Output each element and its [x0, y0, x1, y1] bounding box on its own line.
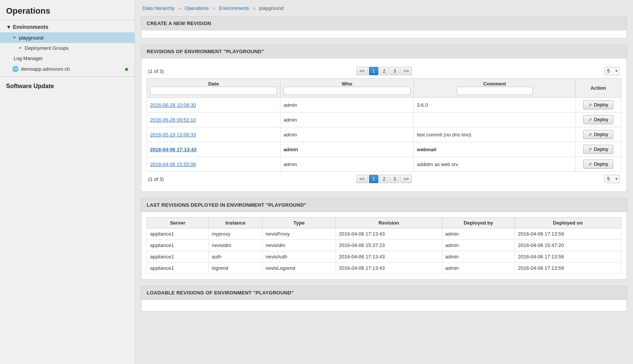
page-3-btn[interactable]: 3 [390, 67, 399, 75]
cell-instance: myproxy [209, 228, 263, 240]
breadcrumb: Data hierarchy » Operations » Environmen… [135, 0, 633, 16]
table-row: 2016-06-28 09:53:10admin⇗Deploy [147, 112, 621, 127]
page-2-btn-b[interactable]: 2 [380, 175, 389, 183]
breadcrumb-environments[interactable]: Environments [219, 5, 249, 11]
caret-icon: ▼ [6, 24, 11, 30]
revisions-body: (1 of 3) << 1 2 3 >> 5 10 25 [141, 59, 627, 191]
sidebar-environments-group[interactable]: ▼ Environments [0, 20, 135, 32]
page-last-btn[interactable]: >> [400, 67, 412, 75]
sidebar-environments-label: Environments [13, 24, 48, 30]
sidebar-divider [0, 76, 135, 77]
cell-instance: logrend [209, 263, 263, 274]
cell-deployed-by: admin [442, 263, 515, 274]
page-3-btn-b[interactable]: 3 [390, 175, 399, 183]
cell-action: ⇗Deploy [576, 127, 621, 142]
sidebar-item-playground[interactable]: ⚭ playground [0, 32, 135, 43]
pagination-bottom-info: (1 of 3) [148, 176, 164, 182]
who-filter-input[interactable] [283, 87, 410, 95]
col-date: Date [147, 79, 280, 98]
per-page-top-select[interactable]: 5 10 25 [605, 67, 620, 75]
cell-server: appliance1 [147, 240, 209, 251]
date-link[interactable]: 2016-05-19 13:09:33 [150, 132, 196, 138]
cell-comment [414, 112, 576, 127]
date-link[interactable]: 2016-04-06 15:55:06 [150, 161, 196, 167]
deploy-button[interactable]: ⇗Deploy [583, 115, 613, 124]
deploy-button[interactable]: ⇗Deploy [583, 130, 613, 139]
page-1-btn-b[interactable]: 1 [369, 175, 378, 183]
last-revisions-table: ServerInstanceTypeRevisionDeployed byDep… [147, 217, 621, 274]
breadcrumb-data-hierarchy[interactable]: Data hierarchy [142, 5, 175, 11]
date-link[interactable]: 2016-04-06 17:13:43 [150, 147, 196, 152]
deploy-arrow-icon: ⇗ [588, 117, 592, 122]
col-deployed-on: Deployed on [515, 218, 621, 228]
table-row: 2016-05-19 13:09:33admintest commit (no … [147, 127, 621, 142]
cell-who: admin [280, 98, 414, 112]
deploy-label: Deploy [594, 161, 608, 167]
cell-who: admin [280, 127, 414, 142]
sidebar-software-update-label[interactable]: Software Update [0, 79, 135, 93]
playground-label: playground [19, 35, 43, 41]
cell-deployed-on: 2016-04-06 15:47:20 [515, 240, 621, 251]
pagination-bottom: (1 of 3) << 1 2 3 >> 5 10 25 [147, 172, 621, 186]
revisions-header: REVISIONS OF ENVIRONMENT "PLAYGROUND" [141, 45, 627, 59]
log-manager-label: Log Manager [14, 55, 43, 61]
page-last-btn-b[interactable]: >> [400, 175, 412, 183]
table-row: appliance1logrendnevisLogrend2016-04-06 … [147, 263, 621, 274]
page-1-btn[interactable]: 1 [369, 67, 378, 75]
per-page-bottom-wrap[interactable]: 5 10 25 [605, 175, 620, 183]
deploy-button[interactable]: ⇗Deploy [583, 100, 613, 109]
per-page-bottom-select[interactable]: 5 10 25 [605, 175, 620, 183]
date-filter-input[interactable] [150, 87, 277, 95]
revisions-panel: REVISIONS OF ENVIRONMENT "PLAYGROUND" (1… [141, 44, 627, 192]
create-revision-header: CREATE A NEW REVISION [141, 17, 627, 30]
deploy-arrow-icon: ⇗ [588, 161, 592, 167]
breadcrumb-playground: playground [259, 5, 283, 11]
cell-action: ⇗Deploy [576, 157, 621, 172]
node-icon: ⚭ [12, 35, 17, 41]
sidebar-item-demoapp[interactable]: 🌐 demoapp.adnovum.ch ◆ [0, 63, 135, 74]
cell-deployed-on: 2016-04-06 17:13:59 [515, 228, 621, 240]
sidebar-item-deployment-groups[interactable]: ⚭ Deployment Groups [0, 43, 135, 53]
cell-action: ⇗Deploy [576, 142, 621, 157]
col-server: Server [147, 218, 209, 228]
cell-comment: test commit (no dns tmo) [414, 127, 576, 142]
pagination-bottom-controls: << 1 2 3 >> [356, 175, 412, 183]
deploy-button[interactable]: ⇗Deploy [583, 160, 613, 169]
table-row: 2016-04-06 17:13:43adminwebmail⇗Deploy [147, 142, 621, 157]
breadcrumb-sep1: » [178, 5, 181, 11]
cell-deployed-by: admin [442, 240, 515, 251]
date-link[interactable]: 2016-06-28 10:08:30 [150, 102, 196, 108]
deploy-button[interactable]: ⇗Deploy [583, 145, 613, 154]
table-row: 2016-06-28 10:08:30admin3.6.0⇗Deploy [147, 98, 621, 112]
loadable-revisions-body [141, 300, 627, 311]
cell-who: admin [280, 157, 414, 172]
page-first-btn-b[interactable]: << [356, 175, 368, 183]
date-link[interactable]: 2016-06-28 09:53:10 [150, 117, 196, 123]
deploy-icon: ⚭ [18, 45, 22, 51]
comment-filter-input[interactable] [457, 87, 533, 95]
cell-comment: webmail [414, 142, 576, 157]
breadcrumb-operations[interactable]: Operations [185, 5, 209, 11]
page-2-btn[interactable]: 2 [380, 67, 389, 75]
deploy-arrow-icon: ⇗ [588, 132, 592, 137]
cell-date: 2016-06-28 09:53:10 [147, 112, 280, 127]
loadable-revisions-panel: LOADABLE REVISIONS OF ENVIRONMENT "PLAYG… [141, 286, 627, 312]
col-action: Action [576, 79, 621, 98]
cell-who: admin [280, 112, 414, 127]
cell-deployed-on: 2016-04-06 17:13:59 [515, 263, 621, 274]
main-content: Data hierarchy » Operations » Environmen… [135, 0, 633, 364]
cell-date: 2016-04-06 17:13:43 [147, 142, 280, 157]
last-revisions-header: LAST REVISIONS DEPLOYED IN ENVIRONMENT "… [141, 198, 627, 212]
col-revision: Revision [336, 218, 442, 228]
page-first-btn[interactable]: << [356, 67, 368, 75]
per-page-top-wrap[interactable]: 5 10 25 [605, 67, 620, 75]
deploy-label: Deploy [594, 117, 608, 122]
cell-who: admin [280, 142, 414, 157]
col-deployed-by: Deployed by [442, 218, 515, 228]
cell-deployed-on: 2016-04-06 17:13:59 [515, 251, 621, 263]
sidebar-item-log-manager[interactable]: Log Manager [0, 53, 135, 63]
cell-server: appliance1 [147, 263, 209, 274]
cell-comment: 3.6.0 [414, 98, 576, 112]
pagination-top-controls: << 1 2 3 >> [356, 67, 412, 75]
pagination-top: (1 of 3) << 1 2 3 >> 5 10 25 [147, 64, 621, 78]
